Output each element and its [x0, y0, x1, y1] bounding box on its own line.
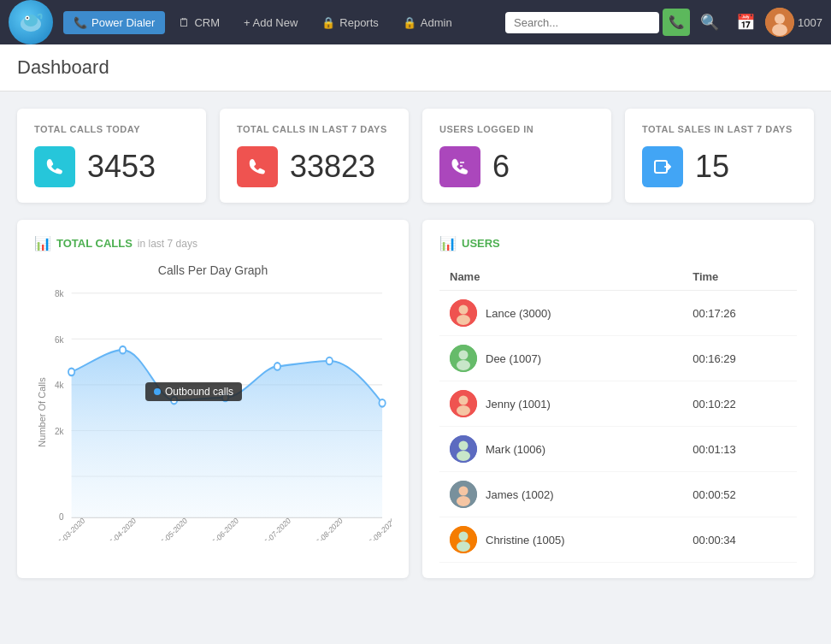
search-input[interactable]: [505, 12, 659, 33]
chart-svg: 8k 6k 4k 2k 0: [34, 284, 392, 541]
page-title: Dashboard: [17, 56, 814, 79]
stat-icon-users: [439, 146, 480, 187]
svg-point-24: [327, 357, 333, 365]
svg-text:06-05-2020: 06-05-2020: [156, 516, 189, 541]
stat-card-sales: TOTAL SALES IN LAST 7 DAYS 15: [625, 109, 814, 203]
svg-text:06-04-2020: 06-04-2020: [105, 516, 138, 541]
y-axis-label: Number Of Calls: [37, 377, 47, 446]
svg-point-6: [772, 24, 787, 36]
stat-icon-7days: [237, 146, 278, 187]
user-name: Jenny (1001): [486, 398, 551, 411]
users-bar-icon: 📊: [439, 235, 457, 251]
svg-point-40: [459, 396, 469, 405]
svg-text:06-08-2020: 06-08-2020: [312, 516, 345, 541]
stat-card-7days: TOTAL CALLS IN LAST 7 DAYS 33823: [220, 109, 409, 203]
table-row: Christine (1005) 00:00:34: [439, 517, 797, 563]
svg-point-20: [120, 346, 126, 354]
svg-text:06-06-2020: 06-06-2020: [208, 516, 240, 541]
phone-icon: 📞: [74, 16, 87, 29]
chart-svg-wrap: Number Of Calls 8k 6k 4k 2k: [34, 284, 392, 541]
users-panel-title: 📊 USERS: [439, 235, 797, 251]
search-icon[interactable]: 🔍: [693, 9, 726, 35]
svg-text:6k: 6k: [55, 334, 64, 345]
table-row: James (1002) 00:00:52: [439, 472, 797, 517]
stat-icon-sales: [642, 146, 683, 187]
avatar: [450, 299, 477, 327]
user-time-cell: 00:10:22: [682, 381, 797, 427]
user-time-cell: 00:01:13: [682, 427, 797, 472]
svg-text:06-07-2020: 06-07-2020: [260, 516, 292, 541]
stat-value-7days: 33823: [290, 149, 375, 185]
user-name-cell: Christine (1005): [439, 517, 682, 563]
stat-cards: TOTAL CALLS TODAY 3453 TOTAL CALLS IN LA…: [17, 109, 814, 203]
svg-point-19: [68, 369, 74, 376]
avatar: [450, 526, 477, 553]
svg-point-21: [171, 397, 177, 405]
chart-title-sub: in last 7 days: [138, 238, 197, 250]
calendar-icon[interactable]: 📅: [729, 9, 762, 35]
table-row: Lance (3000) 00:17:26: [439, 291, 797, 336]
svg-text:2k: 2k: [55, 425, 64, 436]
nav-admin[interactable]: 🔒 Admin: [392, 11, 463, 34]
stat-label-users: USERS LOGGED IN: [439, 124, 594, 134]
call-button[interactable]: 📞: [663, 9, 690, 36]
svg-point-38: [457, 360, 470, 370]
table-row: Dee (1007) 00:16:29: [439, 336, 797, 381]
stat-label-7days: TOTAL CALLS IN LAST 7 DAYS: [237, 124, 392, 134]
chart-title-main: TOTAL CALLS: [56, 237, 133, 250]
avatar: [450, 390, 477, 417]
svg-text:4k: 4k: [55, 379, 64, 390]
svg-point-3: [27, 17, 28, 19]
chart-panel-title: 📊 TOTAL CALLS in last 7 days: [34, 235, 392, 251]
page-header: Dashboard: [0, 44, 831, 92]
phone-icon-green: 📞: [669, 15, 685, 30]
svg-point-22: [222, 394, 228, 402]
main-content: TOTAL CALLS TODAY 3453 TOTAL CALLS IN LA…: [0, 92, 831, 595]
svg-point-49: [459, 532, 469, 541]
user-name: Lance (3000): [486, 307, 551, 320]
user-time-cell: 00:00:34: [682, 517, 797, 563]
users-table: Name Time Lance (3000) 00:17:26: [439, 263, 797, 563]
user-time-cell: 00:17:26: [682, 291, 797, 336]
svg-text:8k: 8k: [55, 287, 64, 298]
col-name: Name: [439, 263, 682, 291]
stat-icon-today: [34, 146, 75, 187]
nav-power-dialer[interactable]: 📞 Power Dialer: [63, 11, 165, 34]
chart-panel: 📊 TOTAL CALLS in last 7 days Calls Per D…: [17, 220, 409, 578]
user-avatar[interactable]: [765, 8, 794, 37]
avatar: [450, 481, 477, 508]
user-name-cell: Jenny (1001): [439, 381, 682, 427]
svg-point-37: [459, 351, 469, 360]
svg-point-5: [775, 14, 785, 24]
nav-add-new[interactable]: + Add New: [233, 11, 308, 34]
user-name-cell: James (1002): [439, 472, 682, 517]
users-title: USERS: [462, 237, 500, 250]
svg-point-23: [274, 363, 280, 370]
navbar: 📞 Power Dialer 🗒 CRM + Add New 🔒 Reports…: [0, 0, 831, 44]
user-name: Christine (1005): [486, 534, 565, 547]
svg-text:06-09-2020: 06-09-2020: [364, 516, 392, 541]
user-time-cell: 00:16:29: [682, 336, 797, 381]
chart-bar-icon: 📊: [34, 235, 51, 251]
svg-point-50: [457, 541, 470, 552]
svg-point-35: [457, 315, 470, 325]
stat-label-sales: TOTAL SALES IN LAST 7 DAYS: [642, 124, 797, 134]
user-id-label: 1007: [798, 16, 822, 29]
svg-point-47: [457, 496, 470, 506]
nav-crm[interactable]: 🗒 CRM: [168, 11, 230, 34]
user-name: James (1002): [486, 488, 553, 501]
lock-icon-2: 🔒: [403, 16, 416, 29]
chart-graph-title: Calls Per Day Graph: [34, 263, 392, 277]
avatar: [450, 435, 477, 463]
table-row: Jenny (1001) 00:10:22: [439, 381, 797, 427]
col-time: Time: [682, 263, 797, 291]
stat-value-users: 6: [492, 149, 510, 185]
nav-reports[interactable]: 🔒 Reports: [311, 11, 389, 34]
stat-label-today: TOTAL CALLS TODAY: [34, 124, 189, 134]
svg-point-25: [379, 399, 385, 407]
brand-logo[interactable]: [9, 0, 53, 44]
svg-point-41: [457, 405, 470, 416]
lock-icon: 🔒: [321, 16, 335, 29]
stat-card-users: USERS LOGGED IN 6: [422, 109, 611, 203]
user-name-cell: Dee (1007): [439, 336, 682, 381]
